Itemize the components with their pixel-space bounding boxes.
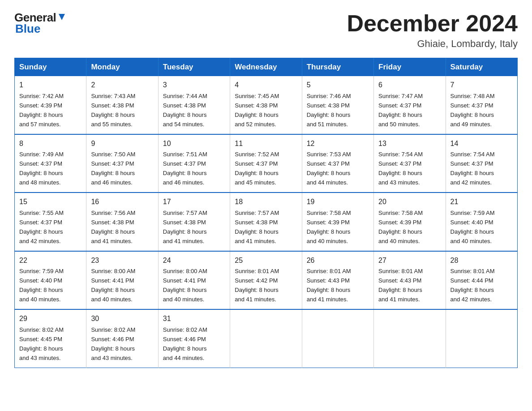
day-info: Sunrise: 7:48 AMSunset: 4:37 PMDaylight:… xyxy=(450,93,495,128)
day-number: 19 xyxy=(307,197,369,208)
day-info: Sunrise: 7:55 AMSunset: 4:37 PMDaylight:… xyxy=(19,210,64,244)
day-info: Sunrise: 7:50 AMSunset: 4:37 PMDaylight:… xyxy=(91,151,135,186)
day-number: 17 xyxy=(163,197,225,208)
calendar-cell: 12 Sunrise: 7:53 AMSunset: 4:37 PMDaylig… xyxy=(302,134,373,193)
day-number: 2 xyxy=(91,80,153,91)
day-info: Sunrise: 7:59 AMSunset: 4:40 PMDaylight:… xyxy=(450,210,495,244)
day-number: 21 xyxy=(450,197,513,208)
day-info: Sunrise: 7:56 AMSunset: 4:38 PMDaylight:… xyxy=(91,210,135,244)
calendar-cell xyxy=(230,309,302,368)
day-info: Sunrise: 8:00 AMSunset: 4:41 PMDaylight:… xyxy=(91,268,135,303)
calendar-cell: 11 Sunrise: 7:52 AMSunset: 4:37 PMDaylig… xyxy=(230,134,302,193)
day-number: 22 xyxy=(19,255,82,266)
day-info: Sunrise: 8:01 AMSunset: 4:44 PMDaylight:… xyxy=(450,268,495,303)
calendar-cell: 1 Sunrise: 7:42 AMSunset: 4:39 PMDayligh… xyxy=(15,76,86,134)
day-number: 18 xyxy=(235,197,297,208)
calendar-cell: 23 Sunrise: 8:00 AMSunset: 4:41 PMDaylig… xyxy=(86,251,158,309)
day-info: Sunrise: 8:01 AMSunset: 4:43 PMDaylight:… xyxy=(307,268,351,303)
calendar-cell: 3 Sunrise: 7:44 AMSunset: 4:38 PMDayligh… xyxy=(158,76,230,134)
day-info: Sunrise: 7:43 AMSunset: 4:38 PMDaylight:… xyxy=(91,93,135,128)
page-header: General Blue December 2024 Ghiaie, Lomba… xyxy=(14,11,518,50)
day-number: 27 xyxy=(378,255,441,266)
day-number: 4 xyxy=(235,80,297,91)
day-info: Sunrise: 7:52 AMSunset: 4:37 PMDaylight:… xyxy=(235,151,279,186)
calendar-cell: 21 Sunrise: 7:59 AMSunset: 4:40 PMDaylig… xyxy=(446,193,517,251)
day-info: Sunrise: 7:57 AMSunset: 4:38 PMDaylight:… xyxy=(235,210,279,244)
day-number: 5 xyxy=(307,80,369,91)
day-number: 3 xyxy=(163,80,225,91)
calendar-cell: 2 Sunrise: 7:43 AMSunset: 4:38 PMDayligh… xyxy=(86,76,158,134)
day-info: Sunrise: 7:44 AMSunset: 4:38 PMDaylight:… xyxy=(163,93,207,128)
calendar-cell: 17 Sunrise: 7:57 AMSunset: 4:38 PMDaylig… xyxy=(158,193,230,251)
calendar-cell: 8 Sunrise: 7:49 AMSunset: 4:37 PMDayligh… xyxy=(15,134,86,193)
calendar-cell: 19 Sunrise: 7:58 AMSunset: 4:39 PMDaylig… xyxy=(302,193,373,251)
logo-triangle-icon xyxy=(57,12,67,22)
day-info: Sunrise: 7:46 AMSunset: 4:38 PMDaylight:… xyxy=(307,93,351,128)
week-row-2: 8 Sunrise: 7:49 AMSunset: 4:37 PMDayligh… xyxy=(15,134,518,193)
calendar-cell: 4 Sunrise: 7:45 AMSunset: 4:38 PMDayligh… xyxy=(230,76,302,134)
week-row-1: 1 Sunrise: 7:42 AMSunset: 4:39 PMDayligh… xyxy=(15,76,518,134)
day-info: Sunrise: 8:00 AMSunset: 4:41 PMDaylight:… xyxy=(163,268,207,303)
calendar-cell: 28 Sunrise: 8:01 AMSunset: 4:44 PMDaylig… xyxy=(446,251,517,309)
day-info: Sunrise: 8:01 AMSunset: 4:42 PMDaylight:… xyxy=(235,268,279,303)
day-number: 20 xyxy=(378,197,441,208)
logo-blue-text: Blue xyxy=(15,22,40,36)
day-number: 1 xyxy=(19,80,82,91)
day-number: 29 xyxy=(19,313,82,325)
calendar-cell: 15 Sunrise: 7:55 AMSunset: 4:37 PMDaylig… xyxy=(15,193,86,251)
day-info: Sunrise: 7:49 AMSunset: 4:37 PMDaylight:… xyxy=(19,151,64,186)
day-number: 13 xyxy=(378,138,441,150)
day-number: 25 xyxy=(235,255,297,266)
location-subtitle: Ghiaie, Lombardy, Italy xyxy=(347,38,518,50)
calendar-cell: 24 Sunrise: 8:00 AMSunset: 4:41 PMDaylig… xyxy=(158,251,230,309)
day-header-tuesday: Tuesday xyxy=(158,58,230,77)
day-number: 15 xyxy=(19,197,82,208)
day-number: 7 xyxy=(450,80,513,91)
month-title: December 2024 xyxy=(347,11,518,36)
day-header-sunday: Sunday xyxy=(15,58,86,77)
logo: General Blue xyxy=(14,11,67,36)
calendar-cell: 20 Sunrise: 7:58 AMSunset: 4:39 PMDaylig… xyxy=(374,193,446,251)
day-number: 6 xyxy=(378,80,441,91)
calendar-cell: 10 Sunrise: 7:51 AMSunset: 4:37 PMDaylig… xyxy=(158,134,230,193)
day-number: 28 xyxy=(450,255,513,266)
calendar-cell: 5 Sunrise: 7:46 AMSunset: 4:38 PMDayligh… xyxy=(302,76,373,134)
day-info: Sunrise: 8:02 AMSunset: 4:46 PMDaylight:… xyxy=(91,326,135,361)
day-info: Sunrise: 7:47 AMSunset: 4:37 PMDaylight:… xyxy=(378,93,423,128)
day-header-saturday: Saturday xyxy=(446,58,517,77)
calendar-cell: 18 Sunrise: 7:57 AMSunset: 4:38 PMDaylig… xyxy=(230,193,302,251)
day-info: Sunrise: 7:58 AMSunset: 4:39 PMDaylight:… xyxy=(378,210,423,244)
calendar-cell: 13 Sunrise: 7:54 AMSunset: 4:37 PMDaylig… xyxy=(374,134,446,193)
day-header-wednesday: Wednesday xyxy=(230,58,302,77)
day-info: Sunrise: 7:53 AMSunset: 4:37 PMDaylight:… xyxy=(307,151,351,186)
calendar-cell: 9 Sunrise: 7:50 AMSunset: 4:37 PMDayligh… xyxy=(86,134,158,193)
calendar-table: SundayMondayTuesdayWednesdayThursdayFrid… xyxy=(14,58,518,368)
svg-marker-0 xyxy=(59,14,65,20)
calendar-cell: 30 Sunrise: 8:02 AMSunset: 4:46 PMDaylig… xyxy=(86,309,158,368)
calendar-cell: 31 Sunrise: 8:02 AMSunset: 4:46 PMDaylig… xyxy=(158,309,230,368)
day-info: Sunrise: 7:54 AMSunset: 4:37 PMDaylight:… xyxy=(450,151,495,186)
day-number: 14 xyxy=(450,138,513,150)
day-number: 24 xyxy=(163,255,225,266)
day-info: Sunrise: 7:54 AMSunset: 4:37 PMDaylight:… xyxy=(378,151,423,186)
calendar-cell: 29 Sunrise: 8:02 AMSunset: 4:45 PMDaylig… xyxy=(15,309,86,368)
calendar-cell: 7 Sunrise: 7:48 AMSunset: 4:37 PMDayligh… xyxy=(446,76,517,134)
day-header-friday: Friday xyxy=(374,58,446,77)
day-info: Sunrise: 8:02 AMSunset: 4:45 PMDaylight:… xyxy=(19,326,64,361)
days-of-week-row: SundayMondayTuesdayWednesdayThursdayFrid… xyxy=(15,58,518,77)
calendar-cell xyxy=(374,309,446,368)
day-number: 30 xyxy=(91,313,153,325)
day-info: Sunrise: 7:58 AMSunset: 4:39 PMDaylight:… xyxy=(307,210,351,244)
day-info: Sunrise: 8:01 AMSunset: 4:43 PMDaylight:… xyxy=(378,268,423,303)
day-number: 10 xyxy=(163,138,225,150)
title-block: December 2024 Ghiaie, Lombardy, Italy xyxy=(347,11,518,50)
calendar-cell xyxy=(302,309,373,368)
day-number: 16 xyxy=(91,197,153,208)
day-info: Sunrise: 7:51 AMSunset: 4:37 PMDaylight:… xyxy=(163,151,207,186)
calendar-cell: 6 Sunrise: 7:47 AMSunset: 4:37 PMDayligh… xyxy=(374,76,446,134)
calendar-cell: 26 Sunrise: 8:01 AMSunset: 4:43 PMDaylig… xyxy=(302,251,373,309)
day-number: 11 xyxy=(235,138,297,150)
day-info: Sunrise: 7:42 AMSunset: 4:39 PMDaylight:… xyxy=(19,93,64,128)
day-header-thursday: Thursday xyxy=(302,58,373,77)
day-info: Sunrise: 7:59 AMSunset: 4:40 PMDaylight:… xyxy=(19,268,64,303)
